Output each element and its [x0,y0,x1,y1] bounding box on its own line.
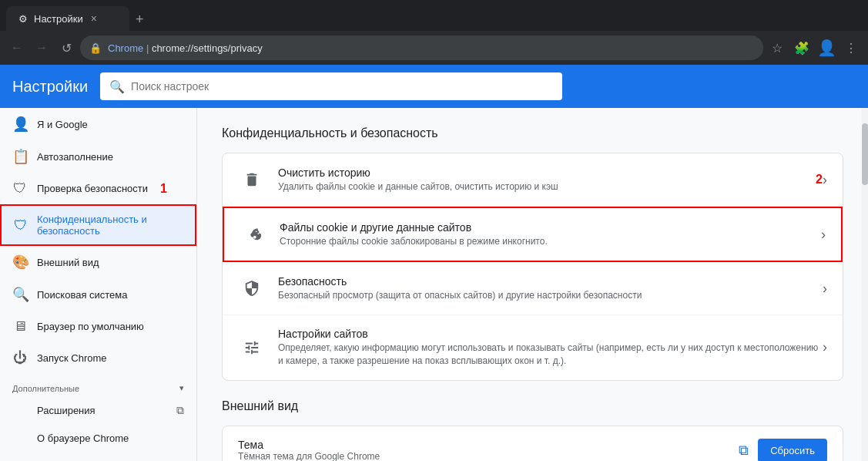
lock-icon: 🔒 [89,42,102,54]
appearance-icon: 🎨 [12,254,28,271]
main-content: Конфиденциальность и безопасность Очисти… [197,108,868,461]
new-tab-button[interactable]: + [129,8,150,31]
address-text: Chrome | chrome://settings/privacy [108,42,754,54]
security-annotation-badge: 1 [160,182,167,196]
sliders-icon [243,339,260,356]
extensions-button[interactable]: 🧩 [791,37,813,59]
sidebar-item-google[interactable]: 👤 Я и Google [0,108,196,140]
search-engine-icon: 🔍 [12,286,28,303]
security-chevron-icon: › [823,281,827,297]
back-button[interactable]: ← [6,37,28,59]
site-settings-text: Настройки сайтов Определяет, какую инфор… [278,328,823,368]
cookie-icon [245,226,262,243]
sidebar-label-about: О браузере Chrome [37,432,129,444]
sidebar-item-startup[interactable]: ⏻ Запуск Chrome [0,342,196,374]
appearance-section: Внешний вид Тема Тёмная тема для Google … [222,399,843,461]
theme-desc: Тёмная тема для Google Chrome [238,451,739,461]
privacy-section: Конфиденциальность и безопасность Очисти… [222,126,843,381]
advanced-arrow-icon: ▾ [179,383,184,393]
appearance-card: Тема Тёмная тема для Google Chrome ⧉ Сбр… [222,426,843,461]
cookie-icon-wrap [240,220,267,248]
sliders-icon-wrap [238,334,266,362]
toolbar-icons: ☆ 🧩 👤 ⋮ [766,37,862,59]
settings-app-title: Настройки [12,78,88,96]
security-title: Безопасность [278,275,823,288]
scrollbar-thumb[interactable] [862,123,868,185]
active-tab[interactable]: ⚙ Настройки × [6,6,129,31]
trash-icon-wrap [238,166,266,193]
trash-icon [243,171,260,188]
sidebar-item-autofill[interactable]: 📋 Автозаполнение [0,140,196,173]
sidebar-item-about[interactable]: О браузере Chrome [0,425,196,452]
clear-history-item[interactable]: Очистить историю Удалить файлы cookie и … [223,153,843,207]
advanced-section[interactable]: Дополнительные ▾ [0,374,196,396]
site-settings-item[interactable]: Настройки сайтов Определяет, какую инфор… [223,315,843,380]
tab-title: Настройки [34,13,83,25]
clear-history-annotation: 2 [816,173,823,187]
startup-icon: ⏻ [12,350,28,366]
site-settings-title: Настройки сайтов [278,328,823,340]
sidebar-label-search: Поисковая система [37,289,128,301]
settings-header: Настройки 🔍 [0,65,868,108]
browser-icon: 🖥 [12,318,28,335]
address-bar[interactable]: 🔒 Chrome | chrome://settings/privacy [80,35,763,60]
clear-history-desc: Удалить файлы cookie и данные сайтов, оч… [278,180,813,193]
external-link-icon[interactable]: ⧉ [739,442,749,459]
security-text: Безопасность Безопасный просмотр (защита… [278,275,823,302]
address-chrome-label: Chrome [108,42,143,54]
navigation-bar: ← → ↺ 🔒 Chrome | chrome://settings/priva… [0,31,868,65]
sidebar-label-extensions: Расширения [37,405,96,416]
sidebar-item-extensions[interactable]: Расширения ⧉ [0,396,196,425]
security-shield-icon [243,280,260,297]
privacy-section-title: Конфиденциальность и безопасность [222,126,843,140]
sidebar-item-privacy[interactable]: 🛡 Конфиденциальность и безопасность [0,204,196,246]
privacy-icon: 🛡 [14,217,28,234]
shield-check-icon: 🛡 [12,180,28,197]
cookies-title: Файлы cookie и другие данные сайтов [280,221,821,234]
theme-title: Тема [238,439,739,451]
clear-history-text: Очистить историю Удалить файлы cookie и … [278,167,813,193]
tab-bar: ⚙ Настройки × + [0,0,868,31]
sidebar-item-search[interactable]: 🔍 Поисковая система [0,278,196,311]
cookies-chevron-icon: › [821,227,826,243]
forward-button[interactable]: → [31,37,52,59]
profile-button[interactable]: 👤 [816,37,837,59]
search-input[interactable] [131,80,553,93]
sidebar-item-appearance[interactable]: 🎨 Внешний вид [0,246,196,278]
cookies-desc: Сторонние файлы cookie заблокированы в р… [280,235,821,248]
theme-item: Тема Тёмная тема для Google Chrome ⧉ Сбр… [223,426,843,461]
site-settings-desc: Определяет, какую информацию могут испол… [278,342,823,368]
sidebar-item-default-browser[interactable]: 🖥 Браузер по умолчанию [0,311,196,342]
cookies-text: Файлы cookie и другие данные сайтов Стор… [280,221,821,248]
scrollbar-track[interactable] [862,108,868,461]
site-settings-chevron-icon: › [823,339,827,355]
sidebar-label-startup: Запуск Chrome [37,352,107,364]
theme-text: Тема Тёмная тема для Google Chrome [238,439,739,461]
reset-theme-button[interactable]: Сбросить [758,439,827,461]
security-item[interactable]: Безопасность Безопасный просмотр (защита… [223,262,843,315]
refresh-button[interactable]: ↺ [55,37,77,59]
sidebar-label-privacy: Конфиденциальность и безопасность [37,214,183,237]
menu-button[interactable]: ⋮ [840,37,862,59]
security-desc: Безопасный просмотр (защита от опасных с… [278,289,823,302]
tab-favicon: ⚙ [18,13,28,25]
chevron-right-icon: › [823,172,827,188]
search-icon: 🔍 [109,79,125,94]
sidebar-label-security-check: Проверка безопасности [37,183,148,194]
person-icon: 👤 [12,116,28,133]
tab-close-button[interactable]: × [89,11,99,26]
autofill-icon: 📋 [12,148,28,165]
advanced-label: Дополнительные [12,384,79,393]
privacy-card: Очистить историю Удалить файлы cookie и … [222,153,843,381]
settings-sidebar: 👤 Я и Google 📋 Автозаполнение 🛡 Проверка… [0,108,197,461]
sidebar-label-autofill: Автозаполнение [37,151,113,163]
bookmark-star-button[interactable]: ☆ [766,37,788,59]
address-url: chrome://settings/privacy [152,42,263,54]
search-bar[interactable]: 🔍 [100,72,562,100]
extensions-external-icon: ⧉ [176,404,184,417]
sidebar-item-security-check[interactable]: 🛡 Проверка безопасности 1 [0,173,196,204]
cookies-item[interactable]: Файлы cookie и другие данные сайтов Стор… [223,207,843,262]
clear-history-title: Очистить историю [278,167,813,179]
sidebar-label-google: Я и Google [37,119,88,130]
browser-window: ⚙ Настройки × + ← → ↺ 🔒 Chrome | chrome:… [0,0,868,65]
